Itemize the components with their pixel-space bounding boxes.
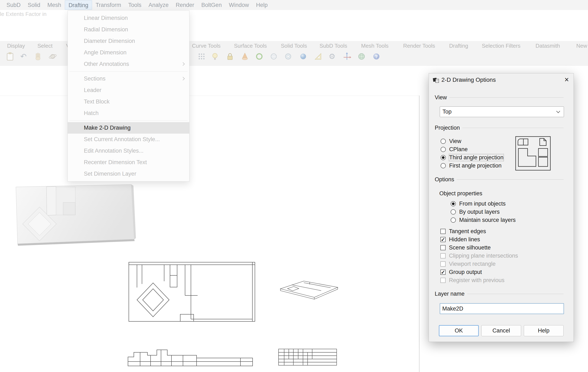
section-rule <box>449 97 564 98</box>
menu-bar: SubD Solid Mesh Drafting Transform Tools… <box>0 0 588 10</box>
options-label: Options <box>435 176 454 183</box>
menu-window[interactable]: Window <box>225 0 252 10</box>
tab-curve-tools[interactable]: Curve Tools <box>192 43 220 49</box>
checkbox-viewport-rectangle: ✓ Viewport rectangle <box>440 260 564 268</box>
clipboard-icon[interactable] <box>5 52 15 62</box>
right-view-drawing[interactable] <box>278 347 337 366</box>
checkbox-label: Register with previous <box>449 277 504 284</box>
tab-mesh-tools[interactable]: Mesh Tools <box>361 43 388 49</box>
cancel-button[interactable]: Cancel <box>481 325 521 336</box>
help-icon[interactable]: ? <box>371 52 381 62</box>
layer-name-input[interactable] <box>440 303 564 314</box>
menu-boltgen[interactable]: BoltGen <box>198 0 225 10</box>
radio-third-angle-projection[interactable]: Third angle projection <box>441 153 504 162</box>
perspective-view-drawing[interactable] <box>278 279 339 301</box>
view-label: View <box>435 94 447 101</box>
tab-drafting[interactable]: Drafting <box>449 43 468 49</box>
radio-maintain-source-layers[interactable]: Maintain source layers <box>451 216 564 224</box>
tab-surface-tools[interactable]: Surface Tools <box>234 43 267 49</box>
checkbox-label: Scene silhouette <box>449 244 491 251</box>
radio-icon <box>451 201 456 206</box>
menu-item-text-block[interactable]: Text Block <box>68 96 189 107</box>
object-properties-radio-group: From input objects By output layers Main… <box>435 200 564 224</box>
tab-new[interactable]: New <box>576 43 587 49</box>
close-icon[interactable]: × <box>562 75 571 85</box>
radio-cplane[interactable]: CPlane <box>441 145 504 153</box>
pan-hand-icon[interactable] <box>33 52 43 62</box>
radio-icon <box>441 147 446 152</box>
tab-display[interactable]: Display <box>7 43 25 49</box>
radio-icon <box>441 163 446 168</box>
menu-item-sections[interactable]: Sections <box>68 73 189 85</box>
undo-icon[interactable]: ↶ <box>18 52 28 62</box>
checkbox-hidden-lines[interactable]: ✓ Hidden lines <box>440 235 564 244</box>
menu-item-hatch[interactable]: Hatch <box>68 107 189 119</box>
view-select[interactable]: Top <box>440 106 564 117</box>
lightbulb-icon[interactable] <box>210 52 220 62</box>
submenu-arrow-icon <box>181 62 185 66</box>
menu-item-angle-dimension[interactable]: Angle Dimension <box>68 47 189 58</box>
menu-item-make-2d-drawing[interactable]: Make 2-D Drawing <box>68 122 189 134</box>
green-circle-icon[interactable] <box>254 52 264 62</box>
menu-item-diameter-dimension[interactable]: Diameter Dimension <box>68 35 189 47</box>
dialog-titlebar[interactable]: 2-D Drawing Options × <box>429 73 574 86</box>
gears-icon[interactable]: ⚙ <box>327 52 337 62</box>
front-view-drawing[interactable] <box>127 347 253 366</box>
tab-subd-tools[interactable]: SubD Tools <box>319 43 347 49</box>
menu-transform[interactable]: Transform <box>92 0 125 10</box>
checkbox-icon: ✓ <box>440 245 446 250</box>
menu-item-other-annotations[interactable]: Other Annotations <box>68 58 189 70</box>
cone-icon[interactable] <box>240 52 250 62</box>
gumball-icon[interactable] <box>342 52 352 62</box>
menu-render[interactable]: Render <box>172 0 198 10</box>
menu-item-radial-dimension[interactable]: Radial Dimension <box>68 24 189 35</box>
menu-item-edit-annotation-styles[interactable]: Edit Annotation Styles... <box>68 145 189 157</box>
menu-drafting[interactable]: Drafting <box>65 0 92 10</box>
radio-label: Maintain source layers <box>459 217 516 223</box>
menu-item-set-dimension-layer[interactable]: Set Dimension Layer <box>68 168 189 180</box>
help-button[interactable]: Help <box>524 325 564 336</box>
lock-icon[interactable] <box>225 52 235 62</box>
viewport-right-edge[interactable] <box>419 96 420 372</box>
tab-datasmith[interactable]: Datasmith <box>536 43 560 49</box>
radio-from-input-objects[interactable]: From input objects <box>451 200 564 208</box>
blue-sphere-icon[interactable] <box>298 52 308 62</box>
checkbox-icon: ✓ <box>440 229 446 234</box>
tab-selection-filters[interactable]: Selection Filters <box>482 43 520 49</box>
radio-icon <box>451 217 456 223</box>
drafting-menu: Linear Dimension Radial Dimension Diamet… <box>68 11 189 181</box>
set-square-icon[interactable] <box>313 52 323 62</box>
menu-help[interactable]: Help <box>252 0 271 10</box>
rhino-window: le Extents Factor in SubD Solid Mesh Dra… <box>0 0 588 372</box>
radio-label: Third angle projection <box>449 154 504 161</box>
ok-button[interactable]: OK <box>439 325 479 336</box>
tab-select[interactable]: Select <box>37 43 52 49</box>
radio-view[interactable]: View <box>441 137 504 145</box>
globe-icon[interactable] <box>357 52 367 62</box>
radio-by-output-layers[interactable]: By output layers <box>451 208 564 216</box>
menu-item-leader[interactable]: Leader <box>68 85 189 96</box>
shaded-3d-view[interactable] <box>15 184 139 246</box>
menu-analyze[interactable]: Analyze <box>145 0 172 10</box>
sphere-icon[interactable] <box>269 52 279 62</box>
menu-item-linear-dimension[interactable]: Linear Dimension <box>68 12 189 24</box>
points-grid-icon[interactable] <box>197 52 207 62</box>
torus-icon[interactable] <box>283 52 293 62</box>
tab-solid-tools[interactable]: Solid Tools <box>281 43 307 49</box>
orbit-icon[interactable] <box>48 52 58 62</box>
checkbox-tangent-edges[interactable]: ✓ Tangent edges <box>440 227 564 235</box>
radio-first-angle-projection[interactable]: First angle projection <box>441 162 504 170</box>
checkbox-scene-silhouette[interactable]: ✓ Scene silhouette <box>440 244 564 252</box>
menu-tools[interactable]: Tools <box>125 0 145 10</box>
top-view-drawing[interactable] <box>129 262 255 322</box>
menu-solid[interactable]: Solid <box>24 0 44 10</box>
menu-subd[interactable]: SubD <box>3 0 24 10</box>
radio-label: View <box>449 138 461 145</box>
tab-render-tools[interactable]: Render Tools <box>403 43 435 49</box>
checkbox-icon: ✓ <box>440 270 446 275</box>
menu-mesh[interactable]: Mesh <box>44 0 65 10</box>
menu-item-recenter-dimension-text[interactable]: Recenter Dimension Text <box>68 157 189 168</box>
menu-item-set-current-annotation-style[interactable]: Set Current Annotation Style... <box>68 134 189 145</box>
checkbox-group-output[interactable]: ✓ Group output <box>440 268 564 276</box>
make2d-dialog-icon <box>433 76 439 83</box>
